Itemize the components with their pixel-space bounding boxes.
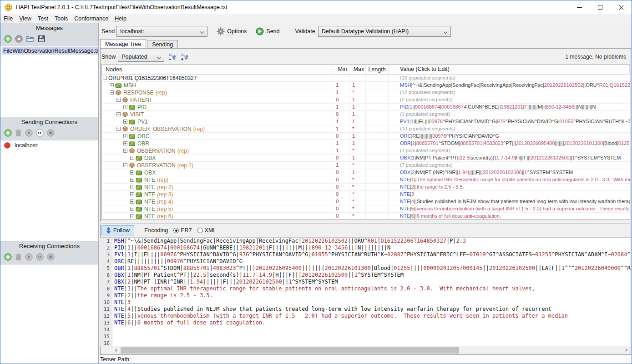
menu-help[interactable]: Help <box>111 15 130 22</box>
line-content[interactable] <box>112 340 631 346</box>
start-connection-icon[interactable] <box>25 129 33 137</box>
tree-row[interactable]: − OBSERVATION(rep) 1 * (1 populated segm… <box>102 147 630 155</box>
tree-value-cell[interactable]: (1 populated segment) <box>397 111 630 118</box>
add-connection-icon[interactable] <box>4 129 12 137</box>
collapse-all-button[interactable] <box>168 53 177 61</box>
tree-row[interactable]: + NTE(rep 2) 0 * NTE|2||the range is 2.5… <box>102 184 630 191</box>
editor-line[interactable]: 14 <box>100 326 631 333</box>
editor-horizontal-scrollbar[interactable] <box>112 346 630 354</box>
tree-expander-icon[interactable]: + <box>130 199 134 204</box>
column-header-nodes[interactable]: Nodes <box>102 65 333 74</box>
column-header-max[interactable]: Max <box>349 65 366 74</box>
tree-value-cell[interactable]: (2 populated segments) <box>397 96 630 103</box>
tree-expander-icon[interactable]: − <box>123 163 127 167</box>
tree-value-cell[interactable]: NTE|5||venous thromboembolism (with a ta… <box>397 205 630 212</box>
editor-line[interactable]: 2 PID|1||000168674|000168674|GUNN^BEBE||… <box>100 244 631 251</box>
tree-row[interactable]: + NTE(rep 5) 0 * NTE|5||venous thromboem… <box>102 205 630 213</box>
tree-value-cell[interactable]: (13 populated segments) <box>397 75 630 81</box>
start-all-connections-icon[interactable] <box>36 253 44 261</box>
line-content[interactable] <box>112 333 631 340</box>
tree-expander-icon[interactable]: + <box>123 120 127 124</box>
tree-expander-icon[interactable]: − <box>123 149 127 153</box>
add-message-icon[interactable] <box>4 35 12 43</box>
editor-line[interactable]: 1 MSH|^~\&|SendingApp|SendingFac|Receivi… <box>100 238 631 244</box>
line-content[interactable]: NTE|5||venous thromboembolism (with a ta… <box>112 313 631 319</box>
tree-row[interactable]: + ORC 0 1 ORC|RE||||||||||00976^PHYSICIA… <box>102 133 630 140</box>
send-button[interactable]: Send <box>253 25 282 37</box>
tree-expander-icon[interactable]: + <box>130 207 134 211</box>
menu-conformance[interactable]: Conformance <box>71 15 111 22</box>
tree-value-cell[interactable]: ORC|RE||||||||||00976^PHYSICIAN^DAVID^G <box>397 133 630 140</box>
editor-line[interactable]: 12 NTE|5||venous thromboembolism (with a… <box>100 313 631 319</box>
line-content[interactable] <box>112 326 631 333</box>
delete-connection-icon[interactable] <box>15 253 22 261</box>
editor-line[interactable]: 8 NTE|1||The optimal INR therapeutic ran… <box>100 285 631 292</box>
tree-expander-icon[interactable]: + <box>130 170 134 175</box>
menu-tools[interactable]: Tools <box>51 15 71 22</box>
column-header-length[interactable]: Length <box>366 65 389 74</box>
line-content[interactable]: OBR|1|88855701^STDOM|88855701|4083023^PT… <box>112 265 631 272</box>
menu-file[interactable]: File <box>0 15 16 22</box>
show-combobox[interactable]: Populated <box>118 52 164 62</box>
menu-test[interactable]: Test <box>35 15 51 22</box>
line-content[interactable]: PID|1||000168674|000168674|GUNN^BEBE||19… <box>112 244 631 251</box>
line-content[interactable]: NTE|6||6 months of full dose anti-coagul… <box>112 319 631 326</box>
editor-line[interactable]: 9 NTE|2||the range is 2.5 - 3.5. <box>100 292 631 299</box>
editor-line[interactable]: 6 OBX|1|NM|PT Patient^PT||22.5|second(s)… <box>100 272 631 279</box>
stop-connection-icon[interactable] <box>47 253 55 261</box>
tree-expander-icon[interactable]: + <box>123 141 127 145</box>
line-content[interactable]: ORC|RE||||||||||00976^PHYSICIAN^DAVID^G <box>112 258 631 265</box>
tree-value-cell[interactable]: (7 populated segments) <box>397 162 630 169</box>
tree-expander-icon[interactable]: + <box>130 214 134 218</box>
tree-value-cell[interactable]: (10 populated segments) <box>397 125 630 132</box>
open-file-icon[interactable] <box>26 35 35 42</box>
sending-connection-item[interactable]: localhost: <box>0 140 98 150</box>
close-button[interactable] <box>611 0 632 14</box>
editor-line[interactable]: 10 NTE|3 <box>100 299 631 306</box>
tree-row[interactable]: + OBX 0 1 OBX|1|NM|PT Patient^PT||22.5|s… <box>102 155 630 162</box>
column-header-min[interactable]: Min <box>333 65 349 74</box>
tree-row[interactable]: + OBX 0 1 OBX|2|NM|PT (INR)^INR||1.94|||… <box>102 169 630 176</box>
tree-value-cell[interactable]: NTE|6||6 months of full dose anti-coagul… <box>397 213 630 219</box>
tree-expander-icon[interactable]: + <box>130 178 134 182</box>
tree-expander-icon[interactable]: − <box>110 90 114 95</box>
tree-expander-icon[interactable]: + <box>130 192 134 196</box>
tree-value-cell[interactable]: (1 populated segment) <box>397 147 630 154</box>
tree-value-cell[interactable]: NTE|4||Studies published in NEJM show th… <box>397 198 630 205</box>
tree-row[interactable]: + OBR 1 1 OBR|1|88855701^STDOM|88855701|… <box>102 140 630 147</box>
scrollbar-thumb[interactable] <box>121 347 459 354</box>
editor-line[interactable]: 11 NTE|4||Studies published in NEJM show… <box>100 306 631 313</box>
tree-expander-icon[interactable]: − <box>116 127 121 131</box>
tree-value-cell[interactable]: OBR|1|88855701^STDOM|88855701|4083023^PT… <box>397 140 630 147</box>
tree-expander-icon[interactable]: + <box>123 134 127 138</box>
tree-row[interactable]: + NTE(rep 4) 0 * NTE|4||Studies publishe… <box>102 198 630 205</box>
tree-value-cell[interactable]: PID|1||000168674|000168674|GUNN^BEBE||19… <box>397 104 630 110</box>
tree-expander-icon[interactable]: + <box>130 185 134 189</box>
tree-value-cell[interactable]: NTE|1||The optimal INR therapeutic range… <box>397 176 630 183</box>
maximize-button[interactable] <box>590 0 611 14</box>
message-editor[interactable]: 1 MSH|^~\&|SendingApp|SendingFac|Receivi… <box>100 237 631 346</box>
tree-row[interactable]: + PID 1 1 PID|1||000168674|000168674|GUN… <box>102 104 630 111</box>
tree-value-cell[interactable]: OBX|1|NM|PT Patient^PT||22.5|second(s)|1… <box>397 155 630 161</box>
tree-value-cell[interactable]: OBX|2|NM|PT (INR)^INR||1.94||||||F|||201… <box>397 169 630 176</box>
tree-row[interactable]: − OBSERVATION(rep 2) 1 * (7 populated se… <box>102 162 630 169</box>
line-content[interactable]: OBX|2|NM|PT (INR)^INR||1.94||||||F|||201… <box>112 279 631 285</box>
scroll-right-arrow-icon[interactable] <box>622 346 630 354</box>
tree-expander-icon[interactable]: + <box>123 105 127 109</box>
encoding-xml-radio[interactable]: XML <box>197 227 217 234</box>
tree-row[interactable]: + PV1 1 1 PV1|1|I||EL|||00976^PHYSICIAN^… <box>102 118 630 125</box>
tab-message-tree[interactable]: Message Tree <box>100 39 146 49</box>
tree-value-cell[interactable]: (12 populated segments) <box>397 89 630 96</box>
tree-value-cell[interactable]: NTE|3 <box>397 191 630 198</box>
follow-toggle-button[interactable]: Follow <box>101 225 134 235</box>
line-content[interactable]: MSH|^~\&|SendingApp|SendingFac|Receiving… <box>112 238 631 244</box>
editor-line[interactable]: 7 OBX|2|NM|PT (INR)^INR||1.94||||||F|||2… <box>100 279 631 285</box>
tree-row[interactable]: − PATIENT 0 1 (2 populated segments) <box>102 96 630 104</box>
line-content[interactable]: NTE|2||the range is 2.5 - 3.5. <box>112 292 631 299</box>
delete-connection-icon[interactable] <box>15 129 22 137</box>
tree-value-cell[interactable]: PV1|1|I||EL|||00976^PHYSICIAN^DAVID^G|97… <box>397 118 630 125</box>
validation-combobox[interactable]: Default Datatype Validation (HAPI) <box>318 26 451 37</box>
start-connection-icon[interactable] <box>25 253 33 261</box>
tree-row[interactable]: − VISIT 0 1 (1 populated segment) <box>102 111 630 118</box>
tree-row[interactable]: −ORU^R01 Q161522306T164850327 (13 popula… <box>102 75 630 82</box>
